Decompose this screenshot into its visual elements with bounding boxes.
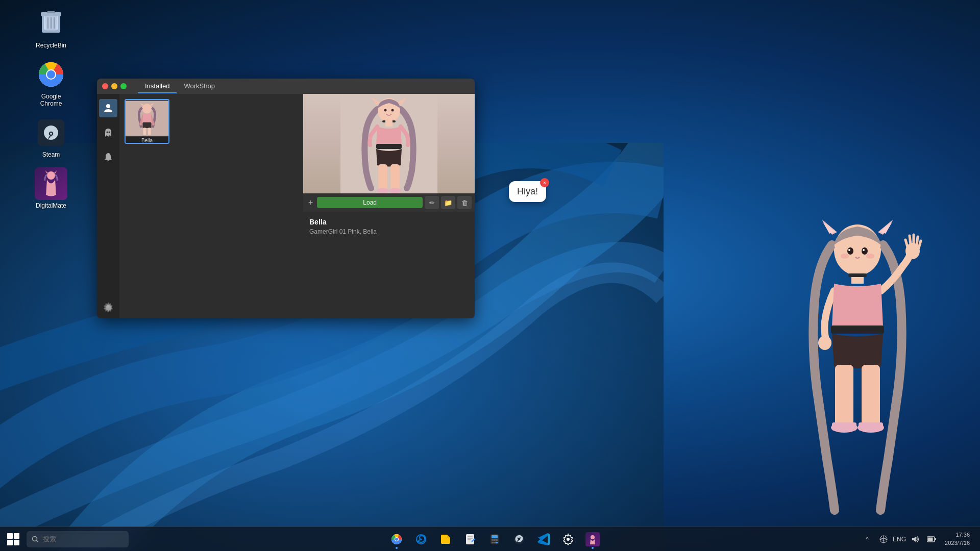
svg-rect-47	[835, 365, 853, 426]
digitalmate-icon	[35, 167, 67, 200]
svg-rect-59	[466, 534, 474, 544]
minimize-button[interactable]	[111, 83, 117, 89]
battery-icon[interactable]	[924, 532, 939, 546]
maximize-button[interactable]	[120, 83, 127, 89]
preview-bg	[303, 94, 475, 193]
preview-character-name: Bella	[309, 218, 469, 226]
svg-point-27	[391, 109, 394, 112]
language-indicator[interactable]: ENG	[893, 536, 906, 543]
svg-rect-23	[148, 128, 151, 135]
svg-rect-52	[859, 422, 883, 431]
window-sidebar	[97, 94, 119, 318]
svg-rect-21	[142, 122, 151, 128]
digitalmate-label: DigitalMate	[36, 202, 66, 209]
svg-rect-69	[494, 542, 496, 543]
svg-rect-22	[143, 128, 146, 135]
character-card-bella-label: Bella	[126, 137, 168, 144]
taskbar-center	[129, 528, 860, 550]
svg-point-14	[47, 171, 55, 180]
start-button[interactable]	[2, 528, 24, 550]
sidebar-icon-profile[interactable]	[99, 99, 117, 117]
preview-info: Bella GamerGirl 01 Pink, Bella	[303, 212, 475, 241]
svg-point-58	[395, 538, 398, 541]
preview-character-subtitle: GamerGirl 01 Pink, Bella	[309, 228, 469, 235]
preview-image	[303, 94, 475, 193]
svg-point-10	[47, 70, 55, 79]
desktop-icon-chrome[interactable]: Google Chrome	[31, 56, 71, 109]
sidebar-icon-settings[interactable]	[99, 300, 117, 318]
network-icon[interactable]	[876, 532, 891, 546]
search-input[interactable]	[43, 535, 114, 543]
desktop-icons: RecycleBin	[31, 5, 71, 211]
desktop-character	[786, 204, 929, 531]
sidebar-icon-ghost[interactable]	[99, 123, 117, 142]
svg-rect-32	[390, 164, 400, 190]
window-titlebar: Installed WorkShop	[97, 79, 475, 94]
svg-point-40	[841, 254, 849, 259]
chrome-label: Google Chrome	[33, 93, 69, 107]
bella-thumbnail	[126, 100, 168, 137]
desktop-icon-steam[interactable]: Steam	[31, 114, 71, 160]
taskbar-time[interactable]: 17:36 2023/7/16	[941, 531, 974, 547]
taskbar-app-files[interactable]	[434, 528, 457, 550]
taskbar-app-notepad[interactable]	[459, 528, 481, 550]
desktop-icon-recycle-bin[interactable]: RecycleBin	[31, 5, 71, 51]
sidebar-icon-bell[interactable]	[99, 148, 117, 166]
chat-text: Hiya!	[517, 186, 538, 196]
svg-point-73	[567, 538, 570, 541]
edit-button[interactable]: ✏	[425, 196, 439, 209]
svg-point-41	[866, 254, 874, 259]
search-icon	[32, 536, 39, 543]
preview-controls: + Load ✏ 📁 🗑	[303, 193, 475, 212]
svg-point-17	[109, 132, 110, 133]
preview-panel: + Load ✏ 📁 🗑 Bella GamerGirl 01 Pink, Be…	[303, 94, 475, 318]
add-button[interactable]: +	[306, 198, 315, 207]
date-display: 2023/7/16	[945, 539, 970, 547]
close-button[interactable]	[102, 83, 108, 89]
taskbar-app-edge[interactable]	[410, 528, 432, 550]
folder-button[interactable]: 📁	[441, 196, 455, 209]
svg-point-34	[389, 188, 401, 193]
svg-rect-29	[385, 120, 393, 127]
recycle-bin-icon	[35, 7, 67, 40]
desktop-icon-digitalmate[interactable]: DigitalMate	[31, 165, 71, 211]
svg-rect-70	[496, 542, 498, 543]
delete-button[interactable]: 🗑	[457, 196, 472, 209]
taskbar-app-settings[interactable]	[557, 528, 579, 550]
svg-rect-50	[832, 422, 856, 431]
svg-point-37	[862, 247, 868, 255]
svg-rect-46	[831, 325, 884, 334]
window-tabs: Installed WorkShop	[138, 80, 222, 93]
svg-line-54	[37, 540, 39, 542]
taskbar-app-chrome[interactable]	[385, 528, 408, 550]
window-content: Bella	[119, 94, 475, 318]
svg-rect-66	[494, 539, 496, 541]
taskbar-app-steam[interactable]	[508, 528, 530, 550]
svg-point-74	[591, 535, 595, 539]
chat-close-button[interactable]: ×	[540, 178, 549, 187]
svg-point-26	[384, 109, 387, 112]
character-card-bella[interactable]: Bella	[125, 99, 169, 144]
chrome-active-dot	[396, 547, 398, 549]
svg-point-15	[106, 104, 110, 108]
load-button[interactable]: Load	[317, 197, 423, 208]
app-window: Installed WorkShop	[97, 79, 475, 318]
show-hidden-icons[interactable]: ^	[860, 532, 874, 546]
taskbar-app-calculator[interactable]	[483, 528, 506, 550]
character-grid: Bella	[119, 94, 303, 318]
taskbar-search[interactable]	[27, 531, 129, 547]
steam-icon	[35, 116, 67, 149]
taskbar-app-digitalmate[interactable]	[581, 528, 604, 550]
recycle-bin-label: RecycleBin	[36, 42, 66, 49]
svg-point-72	[518, 537, 521, 540]
svg-rect-68	[492, 542, 494, 543]
taskbar-app-vscode[interactable]	[532, 528, 555, 550]
svg-point-13	[50, 133, 52, 135]
svg-point-36	[847, 247, 853, 255]
tab-workshop[interactable]: WorkShop	[177, 80, 222, 93]
tab-installed[interactable]: Installed	[138, 80, 177, 93]
volume-icon[interactable]	[908, 532, 922, 546]
svg-point-33	[377, 188, 389, 193]
chat-bubble: Hiya! ×	[509, 181, 546, 202]
chrome-icon	[35, 58, 67, 91]
